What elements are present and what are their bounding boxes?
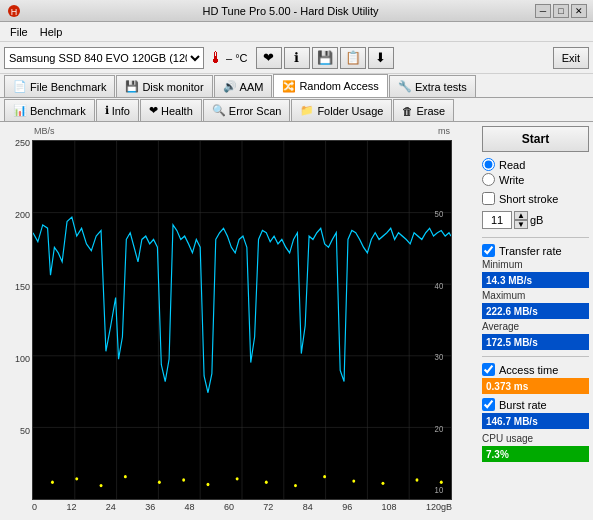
- drive-select[interactable]: Samsung SSD 840 EVO 120GB (120 gB): [4, 47, 204, 69]
- start-button[interactable]: Start: [482, 126, 589, 152]
- x-label-36: 36: [145, 502, 155, 514]
- access-time-section: Access time 0.373 ms: [482, 363, 589, 394]
- tabs-row-2: 📊 Benchmark ℹ Info ❤ Health 🔍 Error Scan…: [0, 98, 593, 122]
- y-label-200: 200: [4, 210, 30, 220]
- tab-random-access[interactable]: 🔀 Random Access: [273, 74, 387, 97]
- tab-aam[interactable]: 🔊 AAM: [214, 75, 273, 97]
- tab-disk-monitor[interactable]: 💾 Disk monitor: [116, 75, 212, 97]
- svg-point-22: [236, 477, 239, 480]
- therm-icon: 🌡: [208, 49, 224, 67]
- svg-text:20: 20: [435, 423, 444, 434]
- mbps-unit-label: MB/s: [34, 126, 55, 140]
- info-toolbar-btn[interactable]: ℹ: [284, 47, 310, 69]
- aam-icon: 🔊: [223, 80, 237, 93]
- maximum-label: Maximum: [482, 290, 589, 301]
- transfer-rate-checkbox[interactable]: [482, 244, 495, 257]
- svg-point-26: [352, 479, 355, 482]
- spinner-buttons: ▲ ▼: [514, 211, 528, 229]
- health-toolbar-btn[interactable]: ❤: [256, 47, 282, 69]
- x-label-108: 108: [382, 502, 397, 514]
- save-icon: 💾: [317, 50, 333, 65]
- tab-erase[interactable]: 🗑 Erase: [393, 99, 454, 121]
- cpu-usage-section: CPU usage 7.3%: [482, 433, 589, 462]
- minimum-bar: 14.3 MB/s: [482, 272, 589, 288]
- maximize-button[interactable]: □: [553, 4, 569, 18]
- y-label-50: 50: [4, 426, 30, 436]
- app-icon: H: [7, 4, 21, 18]
- chart-area: 250 200 150 100 50 MB/s ms: [0, 122, 478, 520]
- spin-up-button[interactable]: ▲: [514, 211, 528, 220]
- cpu-usage-label: CPU usage: [482, 433, 589, 444]
- write-radio[interactable]: [482, 173, 495, 186]
- tab-error-scan[interactable]: 🔍 Error Scan: [203, 99, 291, 121]
- read-radio[interactable]: [482, 158, 495, 171]
- transfer-rate-section: Transfer rate Minimum 14.3 MB/s Maximum …: [482, 244, 589, 350]
- minimize-button[interactable]: ─: [535, 4, 551, 18]
- y-label-250: 250: [4, 138, 30, 148]
- svg-text:50: 50: [435, 209, 444, 220]
- close-button[interactable]: ✕: [571, 4, 587, 18]
- menu-bar: File Help: [0, 22, 593, 42]
- download-toolbar-btn[interactable]: ⬇: [368, 47, 394, 69]
- tab-folder-usage[interactable]: 📁 Folder Usage: [291, 99, 392, 121]
- tab-health[interactable]: ❤ Health: [140, 99, 202, 121]
- burst-rate-label[interactable]: Burst rate: [482, 398, 589, 411]
- svg-point-16: [75, 477, 78, 480]
- svg-text:30: 30: [435, 352, 444, 363]
- tab-extra-tests[interactable]: 🔧 Extra tests: [389, 75, 476, 97]
- write-radio-label[interactable]: Write: [482, 173, 589, 186]
- x-label-24: 24: [106, 502, 116, 514]
- short-stroke-label[interactable]: Short stroke: [482, 192, 589, 205]
- svg-point-19: [158, 481, 161, 484]
- tabs-row-1: 📄 File Benchmark 💾 Disk monitor 🔊 AAM 🔀 …: [0, 74, 593, 98]
- access-time-checkbox[interactable]: [482, 363, 495, 376]
- access-time-bar: 0.373 ms: [482, 378, 589, 394]
- svg-point-21: [207, 483, 210, 486]
- svg-point-27: [381, 482, 384, 485]
- copy-toolbar-btn[interactable]: 📋: [340, 47, 366, 69]
- divider-2: [482, 356, 589, 357]
- tab-info[interactable]: ℹ Info: [96, 99, 139, 121]
- read-radio-label[interactable]: Read: [482, 158, 589, 171]
- spin-down-button[interactable]: ▼: [514, 220, 528, 229]
- y-label-150: 150: [4, 282, 30, 292]
- cpu-usage-bar: 7.3%: [482, 446, 589, 462]
- right-panel: Start Read Write Short stroke ▲ ▼: [478, 122, 593, 520]
- file-menu[interactable]: File: [4, 24, 34, 40]
- svg-text:10: 10: [435, 485, 444, 496]
- help-menu[interactable]: Help: [34, 24, 69, 40]
- short-stroke-checkbox[interactable]: [482, 192, 495, 205]
- folder-usage-icon: 📁: [300, 104, 314, 117]
- toolbar: Samsung SSD 840 EVO 120GB (120 gB) 🌡 – °…: [0, 42, 593, 74]
- window-title: HD Tune Pro 5.00 - Hard Disk Utility: [46, 5, 535, 17]
- extra-tests-icon: 🔧: [398, 80, 412, 93]
- save-toolbar-btn[interactable]: 💾: [312, 47, 338, 69]
- average-bar: 172.5 MB/s: [482, 334, 589, 350]
- transfer-rate-label[interactable]: Transfer rate: [482, 244, 589, 257]
- average-label: Average: [482, 321, 589, 332]
- access-time-label[interactable]: Access time: [482, 363, 589, 376]
- x-label-60: 60: [224, 502, 234, 514]
- exit-button[interactable]: Exit: [553, 47, 589, 69]
- spinner-input[interactable]: [482, 211, 512, 229]
- random-access-icon: 🔀: [282, 80, 296, 93]
- read-write-group: Read Write: [482, 158, 589, 186]
- erase-icon: 🗑: [402, 105, 413, 117]
- window-controls: ─ □ ✕: [535, 4, 587, 18]
- x-label-72: 72: [263, 502, 273, 514]
- x-label-84: 84: [303, 502, 313, 514]
- tab-file-benchmark[interactable]: 📄 File Benchmark: [4, 75, 115, 97]
- spinner-row: ▲ ▼ gB: [482, 211, 589, 229]
- chart-svg: 50 40 30 20 10: [33, 141, 451, 499]
- maximum-bar: 222.6 MB/s: [482, 303, 589, 319]
- tab-benchmark[interactable]: 📊 Benchmark: [4, 99, 95, 121]
- copy-icon: 📋: [345, 50, 361, 65]
- burst-rate-checkbox[interactable]: [482, 398, 495, 411]
- ms-unit-label: ms: [438, 126, 450, 140]
- x-label-120: 120gB: [426, 502, 452, 514]
- x-label-48: 48: [185, 502, 195, 514]
- svg-point-23: [265, 481, 268, 484]
- divider-1: [482, 237, 589, 238]
- svg-point-15: [51, 481, 54, 484]
- x-label-96: 96: [342, 502, 352, 514]
